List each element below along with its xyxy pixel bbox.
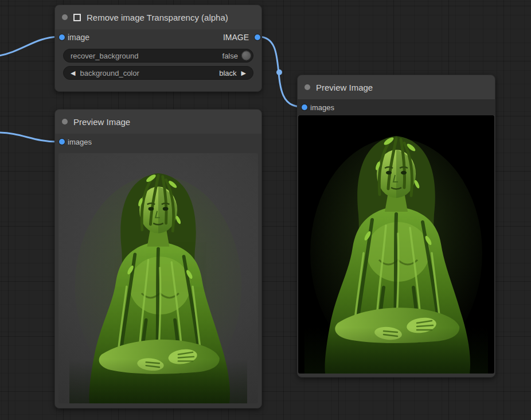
port-row: image IMAGE — [55, 29, 261, 45]
node-graph-canvas[interactable]: Remove image Transparency (alpha) image … — [0, 0, 531, 420]
collapse-dot-icon[interactable] — [62, 119, 68, 125]
arrow-right-icon[interactable]: ▶ — [241, 70, 246, 76]
input-port-images-label: images — [68, 138, 92, 146]
node-header[interactable]: Preview Image — [55, 110, 261, 134]
images-input-row: images — [55, 134, 261, 150]
preview-image-figure — [58, 153, 258, 403]
widget-background-color-label: background_color — [80, 69, 214, 77]
wire-image-to-preview — [259, 37, 301, 107]
node-header[interactable]: Remove image Transparency (alpha) — [55, 5, 261, 29]
widget-recover-background-label: recover_background — [71, 52, 218, 60]
node-title: Remove image Transparency (alpha) — [87, 13, 228, 22]
widget-recover-background-value: false — [222, 52, 238, 60]
output-port-image-dot[interactable] — [255, 34, 260, 40]
preview-image-left — [58, 153, 258, 403]
collapse-dot-icon[interactable] — [304, 84, 310, 90]
output-port-image-label: IMAGE — [223, 33, 249, 42]
input-port-images-dot[interactable] — [59, 139, 65, 145]
node-header[interactable]: Preview Image — [298, 75, 495, 99]
input-port-images-dot[interactable] — [302, 104, 307, 110]
collapse-dot-icon[interactable] — [62, 14, 68, 20]
preview-image-right — [298, 115, 494, 374]
input-port-image-label: image — [68, 33, 89, 42]
toggle-knob-icon[interactable] — [241, 51, 251, 61]
widget-background-color[interactable]: ◀ background_color black ▶ — [63, 66, 253, 80]
node-title: Preview Image — [316, 83, 373, 92]
arrow-left-icon[interactable]: ◀ — [71, 70, 75, 76]
wire-into-preview-left — [0, 133, 58, 142]
node-preview-image-left[interactable]: Preview Image images — [54, 109, 262, 409]
node-remove-transparency[interactable]: Remove image Transparency (alpha) image … — [54, 5, 262, 92]
preview-image-figure — [298, 115, 494, 374]
input-port-images-label: images — [310, 103, 334, 112]
node-mode-square-icon — [73, 14, 81, 21]
node-title: Preview Image — [73, 117, 130, 127]
widget-recover-background[interactable]: recover_background false — [63, 49, 253, 63]
wire-into-image-input — [0, 37, 58, 56]
input-port-image-dot[interactable] — [59, 34, 65, 40]
widget-background-color-value: black — [219, 69, 236, 77]
node-preview-image-right[interactable]: Preview Image images — [297, 75, 495, 378]
wire-junction-dot[interactable] — [276, 69, 282, 75]
images-input-row: images — [298, 99, 495, 115]
